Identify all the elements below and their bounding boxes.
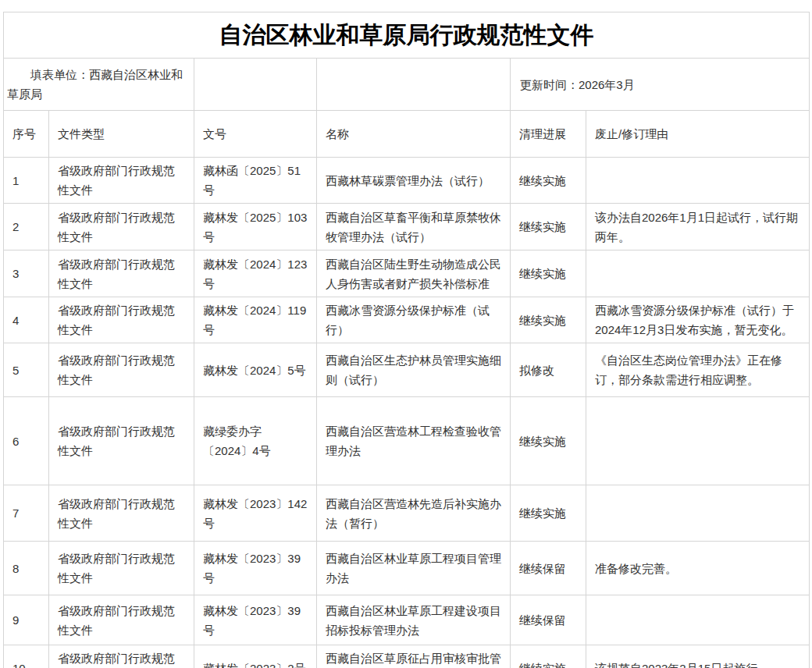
progress-cell: 继续保留 xyxy=(511,542,586,595)
table-row: 10省级政府部门行政规范性文件藏林发〔2023〕2号西藏自治区草原征占用审核审批… xyxy=(4,645,810,668)
form-info-row: 填表单位：西藏自治区林业和草原局 更新时间：2026年3月 xyxy=(4,59,810,111)
header-cell-doc-number: 文号 xyxy=(194,111,317,158)
row-number-cell: 6 xyxy=(4,397,49,485)
reason-cell: 该办法自2026年1月1日起试行，试行期两年。 xyxy=(586,204,810,250)
progress-cell: 继续实施 xyxy=(511,485,586,542)
reason-cell xyxy=(586,397,810,485)
table-row: 2省级政府部门行政规范性文件藏林发〔2025〕103号西藏自治区草畜平衡和草原禁… xyxy=(4,204,810,250)
table-row: 8省级政府部门行政规范性文件藏林发〔2023〕39号西藏自治区林业草原工程项目管… xyxy=(4,542,810,595)
progress-cell: 继续实施 xyxy=(511,250,586,297)
table-row: 6省级政府部门行政规范性文件藏绿委办字〔2024〕4号西藏自治区营造林工程检查验… xyxy=(4,397,810,485)
header-cell-doc-name: 名称 xyxy=(317,111,511,158)
doc-number-cell: 藏林发〔2025〕103号 xyxy=(194,204,317,250)
doc-name-cell: 西藏自治区营造林工程检查验收管理办法 xyxy=(317,397,511,485)
reason-cell: 该规范自2023年2月15日起施行。 xyxy=(586,645,810,668)
doc-name-cell: 西藏自治区陆生野生动物造成公民人身伤害或者财产损失补偿标准 xyxy=(317,250,511,297)
table-row: 7省级政府部门行政规范性文件藏林发〔2023〕142号西藏自治区营造林先造后补实… xyxy=(4,485,810,542)
doc-name-cell: 西藏林草碳票管理办法（试行） xyxy=(317,158,511,204)
doc-name-cell: 西藏自治区营造林先造后补实施办法（暂行） xyxy=(317,485,511,542)
doc-type-cell: 省级政府部门行政规范性文件 xyxy=(49,250,194,297)
row-number-cell: 4 xyxy=(4,297,49,343)
doc-name-cell: 西藏自治区林业草原工程项目管理办法 xyxy=(317,542,511,595)
empty-cell xyxy=(317,59,511,111)
doc-type-cell: 省级政府部门行政规范性文件 xyxy=(49,343,194,397)
row-number-cell: 9 xyxy=(4,595,49,645)
document-table: 自治区林业和草原局行政规范性文件 填表单位：西藏自治区林业和草原局 更新时间：2… xyxy=(3,12,809,668)
title-row: 自治区林业和草原局行政规范性文件 xyxy=(4,12,810,59)
row-number-cell: 3 xyxy=(4,250,49,297)
doc-number-cell: 藏林发〔2024〕119号 xyxy=(194,297,317,343)
progress-cell: 继续实施 xyxy=(511,204,586,250)
reason-cell xyxy=(586,595,810,645)
row-number-cell: 5 xyxy=(4,343,49,397)
doc-type-cell: 省级政府部门行政规范性文件 xyxy=(49,595,194,645)
doc-number-cell: 藏绿委办字〔2024〕4号 xyxy=(194,397,317,485)
table-row: 4省级政府部门行政规范性文件藏林发〔2024〕119号西藏冰雪资源分级保护标准（… xyxy=(4,297,810,343)
reason-cell xyxy=(586,485,810,542)
header-cell-doc-type: 文件类型 xyxy=(49,111,194,158)
header-cell-index: 序号 xyxy=(4,111,49,158)
doc-type-cell: 省级政府部门行政规范性文件 xyxy=(49,645,194,668)
reason-cell xyxy=(586,250,810,297)
progress-cell: 继续实施 xyxy=(511,397,586,485)
reason-cell: 准备修改完善。 xyxy=(586,542,810,595)
doc-name-cell: 西藏自治区林业草原工程建设项目招标投标管理办法 xyxy=(317,595,511,645)
doc-name-cell: 西藏自治区草原征占用审核审批管理规范（暂行） xyxy=(317,645,511,668)
doc-number-cell: 藏林发〔2023〕2号 xyxy=(194,645,317,668)
page-title: 自治区林业和草原局行政规范性文件 xyxy=(4,12,810,59)
doc-name-cell: 西藏自治区草畜平衡和草原禁牧休牧管理办法（试行） xyxy=(317,204,511,250)
doc-name-cell: 西藏冰雪资源分级保护标准（试行） xyxy=(317,297,511,343)
empty-cell xyxy=(194,59,317,111)
doc-type-cell: 省级政府部门行政规范性文件 xyxy=(49,485,194,542)
reason-cell: 《自治区生态岗位管理办法》正在修订，部分条款需进行相应调整。 xyxy=(586,343,810,397)
normative-documents-table: 自治区林业和草原局行政规范性文件 填表单位：西藏自治区林业和草原局 更新时间：2… xyxy=(3,12,810,668)
row-number-cell: 10 xyxy=(4,645,49,668)
header-cell-reason: 废止/修订理由 xyxy=(586,111,810,158)
row-number-cell: 2 xyxy=(4,204,49,250)
progress-cell: 继续保留 xyxy=(511,595,586,645)
doc-number-cell: 藏林发〔2023〕142号 xyxy=(194,485,317,542)
table-row: 1省级政府部门行政规范性文件藏林函〔2025〕51号西藏林草碳票管理办法（试行）… xyxy=(4,158,810,204)
table-row: 9省级政府部门行政规范性文件藏林发〔2023〕39号西藏自治区林业草原工程建设项… xyxy=(4,595,810,645)
doc-type-cell: 省级政府部门行政规范性文件 xyxy=(49,158,194,204)
row-number-cell: 7 xyxy=(4,485,49,542)
row-number-cell: 8 xyxy=(4,542,49,595)
progress-cell: 继续实施 xyxy=(511,297,586,343)
doc-type-cell: 省级政府部门行政规范性文件 xyxy=(49,397,194,485)
doc-type-cell: 省级政府部门行政规范性文件 xyxy=(49,204,194,250)
doc-type-cell: 省级政府部门行政规范性文件 xyxy=(49,297,194,343)
header-cell-progress: 清理进展 xyxy=(511,111,586,158)
doc-type-cell: 省级政府部门行政规范性文件 xyxy=(49,542,194,595)
reason-cell xyxy=(586,158,810,204)
doc-number-cell: 藏林发〔2023〕39号 xyxy=(194,595,317,645)
doc-number-cell: 藏林发〔2024〕123号 xyxy=(194,250,317,297)
row-number-cell: 1 xyxy=(4,158,49,204)
progress-cell: 继续实施 xyxy=(511,158,586,204)
reason-cell: 西藏冰雪资源分级保护标准（试行）于2024年12月3日发布实施，暂无变化。 xyxy=(586,297,810,343)
update-time-cell: 更新时间：2026年3月 xyxy=(511,59,810,111)
progress-cell: 拟修改 xyxy=(511,343,586,397)
doc-number-cell: 藏林函〔2025〕51号 xyxy=(194,158,317,204)
column-header-row: 序号文件类型文号名称清理进展废止/修订理由 xyxy=(4,111,810,158)
fill-unit-cell: 填表单位：西藏自治区林业和草原局 xyxy=(4,59,194,111)
doc-number-cell: 藏林发〔2023〕39号 xyxy=(194,542,317,595)
table-row: 3省级政府部门行政规范性文件藏林发〔2024〕123号西藏自治区陆生野生动物造成… xyxy=(4,250,810,297)
progress-cell: 继续实施 xyxy=(511,645,586,668)
table-row: 5省级政府部门行政规范性文件藏林发〔2024〕5号西藏自治区生态护林员管理实施细… xyxy=(4,343,810,397)
doc-name-cell: 西藏自治区生态护林员管理实施细则（试行） xyxy=(317,343,511,397)
doc-number-cell: 藏林发〔2024〕5号 xyxy=(194,343,317,397)
